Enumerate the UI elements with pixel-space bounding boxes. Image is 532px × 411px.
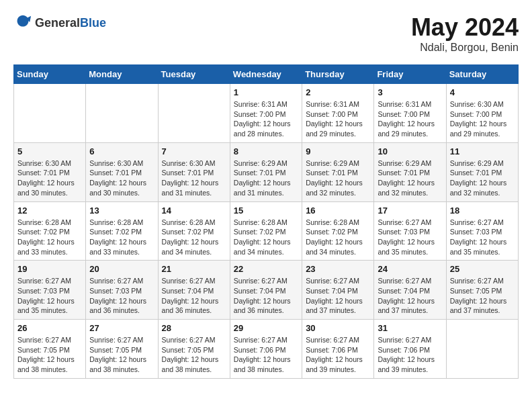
calendar-cell: 9Sunrise: 6:29 AM Sunset: 7:01 PM Daylig… [302, 142, 374, 201]
day-number: 13 [89, 205, 154, 216]
calendar-cell: 29Sunrise: 6:27 AM Sunset: 7:06 PM Dayli… [230, 320, 302, 379]
calendar-cell: 22Sunrise: 6:27 AM Sunset: 7:04 PM Dayli… [230, 261, 302, 320]
day-number: 15 [234, 205, 298, 216]
title-section: May 2024 Ndali, Borgou, Benin [411, 13, 519, 54]
logo-icon [13, 13, 32, 32]
calendar-cell: 11Sunrise: 6:29 AM Sunset: 7:01 PM Dayli… [446, 142, 518, 201]
day-info: Sunrise: 6:27 AM Sunset: 7:03 PM Dayligh… [450, 218, 515, 257]
day-info: Sunrise: 6:30 AM Sunset: 7:01 PM Dayligh… [17, 158, 82, 198]
calendar-cell: 19Sunrise: 6:27 AM Sunset: 7:03 PM Dayli… [14, 261, 86, 320]
day-info: Sunrise: 6:27 AM Sunset: 7:04 PM Dayligh… [378, 276, 442, 316]
location-label: Ndali, Borgou, Benin [411, 42, 519, 54]
day-info: Sunrise: 6:31 AM Sunset: 7:00 PM Dayligh… [234, 99, 298, 139]
page-header: GeneralBlue May 2024 Ndali, Borgou, Beni… [13, 13, 519, 54]
day-number: 12 [17, 205, 82, 216]
day-number: 7 [162, 146, 226, 156]
calendar-cell: 31Sunrise: 6:27 AM Sunset: 7:06 PM Dayli… [374, 320, 446, 379]
day-info: Sunrise: 6:27 AM Sunset: 7:04 PM Dayligh… [162, 276, 226, 316]
day-info: Sunrise: 6:27 AM Sunset: 7:04 PM Dayligh… [234, 276, 298, 316]
calendar-cell: 18Sunrise: 6:27 AM Sunset: 7:03 PM Dayli… [446, 201, 518, 261]
weekday-header-row: SundayMondayTuesdayWednesdayThursdayFrid… [14, 65, 519, 84]
calendar-cell: 21Sunrise: 6:27 AM Sunset: 7:04 PM Dayli… [158, 261, 230, 320]
calendar-week-5: 26Sunrise: 6:27 AM Sunset: 7:05 PM Dayli… [14, 320, 519, 379]
calendar-cell: 26Sunrise: 6:27 AM Sunset: 7:05 PM Dayli… [14, 320, 86, 379]
calendar-cell: 16Sunrise: 6:28 AM Sunset: 7:02 PM Dayli… [302, 201, 374, 261]
day-number: 1 [234, 87, 298, 97]
calendar-cell: 14Sunrise: 6:28 AM Sunset: 7:02 PM Dayli… [158, 201, 230, 261]
calendar-cell: 23Sunrise: 6:27 AM Sunset: 7:04 PM Dayli… [302, 261, 374, 320]
calendar-cell [158, 84, 230, 143]
day-number: 9 [306, 146, 370, 156]
day-info: Sunrise: 6:28 AM Sunset: 7:02 PM Dayligh… [89, 218, 154, 257]
weekday-friday: Friday [374, 65, 446, 84]
calendar-cell: 1Sunrise: 6:31 AM Sunset: 7:00 PM Daylig… [230, 84, 302, 143]
calendar-cell: 4Sunrise: 6:30 AM Sunset: 7:00 PM Daylig… [446, 84, 518, 143]
day-number: 28 [162, 323, 226, 333]
day-info: Sunrise: 6:27 AM Sunset: 7:03 PM Dayligh… [89, 276, 154, 316]
day-number: 23 [306, 264, 370, 274]
calendar-cell: 8Sunrise: 6:29 AM Sunset: 7:01 PM Daylig… [230, 142, 302, 201]
day-info: Sunrise: 6:30 AM Sunset: 7:01 PM Dayligh… [162, 158, 226, 198]
day-info: Sunrise: 6:28 AM Sunset: 7:02 PM Dayligh… [306, 218, 370, 257]
day-info: Sunrise: 6:27 AM Sunset: 7:05 PM Dayligh… [450, 276, 515, 316]
calendar-cell: 2Sunrise: 6:31 AM Sunset: 7:00 PM Daylig… [302, 84, 374, 143]
day-info: Sunrise: 6:30 AM Sunset: 7:00 PM Dayligh… [450, 99, 515, 139]
day-info: Sunrise: 6:29 AM Sunset: 7:01 PM Dayligh… [306, 158, 370, 198]
calendar-week-1: 1Sunrise: 6:31 AM Sunset: 7:00 PM Daylig… [14, 84, 519, 143]
day-number: 3 [378, 87, 442, 97]
calendar-cell: 5Sunrise: 6:30 AM Sunset: 7:01 PM Daylig… [14, 142, 86, 201]
day-number: 16 [306, 205, 370, 216]
calendar-cell: 12Sunrise: 6:28 AM Sunset: 7:02 PM Dayli… [14, 201, 86, 261]
day-info: Sunrise: 6:28 AM Sunset: 7:02 PM Dayligh… [162, 218, 226, 257]
day-info: Sunrise: 6:29 AM Sunset: 7:01 PM Dayligh… [378, 158, 442, 198]
month-title: May 2024 [411, 13, 519, 42]
day-number: 11 [450, 146, 515, 156]
weekday-sunday: Sunday [14, 65, 86, 84]
calendar-cell: 17Sunrise: 6:27 AM Sunset: 7:03 PM Dayli… [374, 201, 446, 261]
day-number: 5 [17, 146, 82, 156]
calendar-cell: 13Sunrise: 6:28 AM Sunset: 7:02 PM Dayli… [86, 201, 158, 261]
day-number: 24 [378, 264, 442, 274]
day-number: 26 [17, 323, 82, 333]
day-info: Sunrise: 6:27 AM Sunset: 7:05 PM Dayligh… [89, 335, 154, 375]
calendar-cell: 15Sunrise: 6:28 AM Sunset: 7:02 PM Dayli… [230, 201, 302, 261]
day-number: 27 [89, 323, 154, 333]
day-info: Sunrise: 6:29 AM Sunset: 7:01 PM Dayligh… [234, 158, 298, 198]
calendar-cell: 30Sunrise: 6:27 AM Sunset: 7:06 PM Dayli… [302, 320, 374, 379]
day-number: 20 [89, 264, 154, 274]
calendar-week-4: 19Sunrise: 6:27 AM Sunset: 7:03 PM Dayli… [14, 261, 519, 320]
day-number: 6 [89, 146, 154, 156]
calendar-cell: 20Sunrise: 6:27 AM Sunset: 7:03 PM Dayli… [86, 261, 158, 320]
day-info: Sunrise: 6:27 AM Sunset: 7:03 PM Dayligh… [378, 218, 442, 257]
day-info: Sunrise: 6:28 AM Sunset: 7:02 PM Dayligh… [17, 218, 82, 257]
day-info: Sunrise: 6:27 AM Sunset: 7:06 PM Dayligh… [234, 335, 298, 375]
calendar-week-2: 5Sunrise: 6:30 AM Sunset: 7:01 PM Daylig… [14, 142, 519, 201]
day-info: Sunrise: 6:29 AM Sunset: 7:01 PM Dayligh… [450, 158, 515, 198]
calendar-header: SundayMondayTuesdayWednesdayThursdayFrid… [14, 65, 519, 84]
calendar-cell [446, 320, 518, 379]
day-number: 25 [450, 264, 515, 274]
weekday-wednesday: Wednesday [230, 65, 302, 84]
calendar-cell: 10Sunrise: 6:29 AM Sunset: 7:01 PM Dayli… [374, 142, 446, 201]
weekday-tuesday: Tuesday [158, 65, 230, 84]
calendar-body: 1Sunrise: 6:31 AM Sunset: 7:00 PM Daylig… [14, 84, 519, 379]
calendar-cell: 7Sunrise: 6:30 AM Sunset: 7:01 PM Daylig… [158, 142, 230, 201]
day-number: 29 [234, 323, 298, 333]
day-number: 19 [17, 264, 82, 274]
calendar-cell [86, 84, 158, 143]
calendar-cell: 24Sunrise: 6:27 AM Sunset: 7:04 PM Dayli… [374, 261, 446, 320]
logo: GeneralBlue [13, 13, 106, 32]
day-number: 31 [378, 323, 442, 333]
day-number: 18 [450, 205, 515, 216]
day-number: 21 [162, 264, 226, 274]
day-number: 2 [306, 87, 370, 97]
day-number: 14 [162, 205, 226, 216]
day-info: Sunrise: 6:30 AM Sunset: 7:01 PM Dayligh… [89, 158, 154, 198]
logo-general: General [35, 16, 80, 30]
calendar-cell: 28Sunrise: 6:27 AM Sunset: 7:05 PM Dayli… [158, 320, 230, 379]
weekday-thursday: Thursday [302, 65, 374, 84]
day-info: Sunrise: 6:31 AM Sunset: 7:00 PM Dayligh… [378, 99, 442, 139]
calendar-cell: 27Sunrise: 6:27 AM Sunset: 7:05 PM Dayli… [86, 320, 158, 379]
day-number: 8 [234, 146, 298, 156]
logo-blue: Blue [80, 16, 106, 30]
